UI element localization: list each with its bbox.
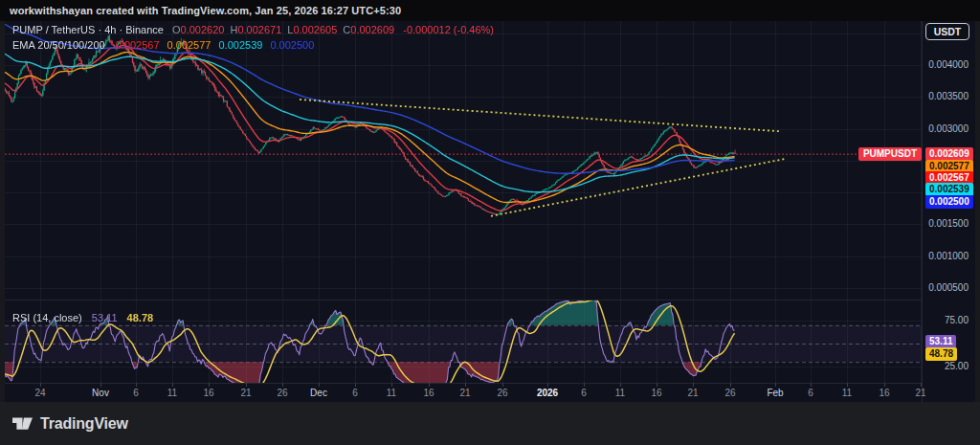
rsi-value-badge: 48.78: [925, 347, 957, 361]
time-axis-label: 11: [615, 388, 625, 398]
ema-value: 0.002500: [270, 39, 314, 51]
time-axis-label: 26: [724, 388, 735, 398]
price-axis[interactable]: 0.0040000.0035000.0030000.0015000.001000…: [922, 21, 975, 402]
time-tick-mark: [847, 383, 848, 387]
time-axis-label: 26: [497, 388, 507, 398]
time-tick-mark: [657, 383, 657, 387]
pane-divider[interactable]: [5, 300, 922, 300]
change-value: -0.000012 (-0.46%): [403, 24, 494, 35]
price-axis-label: 0.001500: [928, 218, 969, 229]
currency-toggle-button[interactable]: USDT: [925, 23, 969, 40]
time-tick-mark: [502, 383, 503, 387]
ohlc-value: 0.002620: [181, 24, 225, 35]
tradingview-snapshot: workwithshayan created with TradingView.…: [0, 0, 980, 445]
time-tick-mark: [282, 383, 283, 387]
price-axis-label: 0.003000: [928, 123, 969, 134]
time-axis-label: Dec: [310, 388, 327, 398]
ema-value: 0.002577: [167, 39, 212, 51]
time-axis-label: 21: [459, 388, 470, 398]
time-tick-mark: [620, 383, 621, 387]
rsi-value: 53.11: [92, 312, 118, 323]
time-axis[interactable]: 24Nov611162126Dec6111621262026611162126F…: [5, 383, 925, 402]
ema-price-badge: 0.002500: [925, 195, 973, 209]
time-tick-mark: [209, 383, 210, 387]
last-price-label: PUMPUSDT: [858, 147, 922, 161]
rsi-axis-label: 25.00: [945, 361, 969, 371]
currency-label: USDT: [934, 26, 962, 37]
time-tick-mark: [811, 383, 812, 387]
ema-value: 0.002567: [116, 39, 160, 51]
rsi-value-badge: 53.11: [925, 335, 956, 348]
time-axis-label: 11: [387, 388, 396, 398]
time-tick-mark: [246, 383, 247, 387]
ema-value: 0.002539: [218, 39, 262, 51]
tradingview-logo-icon[interactable]: [12, 417, 33, 430]
time-tick-mark: [100, 383, 101, 387]
time-tick-mark: [172, 383, 173, 387]
time-axis-label: 16: [879, 388, 889, 398]
tradingview-brand[interactable]: TradingView: [40, 415, 128, 433]
price-axis-label: 0.000500: [928, 282, 969, 293]
ohlc-value: 0.002609: [350, 24, 394, 35]
time-tick-mark: [884, 383, 885, 387]
footer-bar: TradingView: [0, 402, 980, 445]
time-axis-label: Nov: [92, 388, 109, 398]
rsi-axis-label: 75.00: [945, 315, 969, 325]
time-axis-label: 2026: [537, 388, 558, 398]
attribution-text: workwithshayan created with TradingView.…: [10, 5, 401, 16]
time-axis-label: 26: [277, 388, 287, 398]
price-axis-label: 0.001000: [928, 251, 969, 261]
attribution-bar: workwithshayan created with TradingView.…: [0, 0, 980, 21]
time-tick-mark: [775, 383, 776, 387]
time-tick-mark: [355, 383, 356, 387]
time-axis-label: 16: [203, 388, 213, 398]
time-axis-label: 6: [808, 388, 813, 398]
ohlc-value: 0.002605: [293, 24, 337, 35]
ema-legend[interactable]: EMA 20/50/100/200 0.0025670.0025770.0025…: [12, 39, 314, 51]
time-axis-label: 6: [581, 388, 587, 398]
chart-area: PUMP / TetherUS · 4h · Binance O0.002620…: [5, 21, 975, 402]
ohlc-value: 0.002671: [237, 24, 281, 35]
time-axis-label: 21: [240, 388, 251, 398]
time-axis-label: Feb: [767, 388, 783, 398]
time-axis-label: 16: [651, 388, 661, 398]
time-tick-mark: [391, 383, 392, 387]
price-axis-label: 0.004000: [928, 59, 969, 70]
time-axis-label: 6: [133, 388, 139, 398]
price-chart-canvas[interactable]: [5, 21, 922, 300]
time-axis-label: 11: [842, 388, 852, 398]
time-tick-mark: [547, 383, 548, 387]
time-tick-mark: [40, 383, 41, 387]
last-price-badge: 0.002609: [925, 147, 973, 161]
ema-values: 0.0025670.0025770.0025390.002500: [108, 39, 315, 51]
time-axis-label: 21: [687, 388, 698, 398]
time-tick-mark: [693, 383, 694, 387]
rsi-indicator-title[interactable]: RSI (14, close): [12, 312, 85, 323]
time-tick-mark: [136, 383, 137, 387]
ema-indicator-title[interactable]: EMA 20/50/100/200: [12, 39, 105, 51]
rsi-ma-value: 48.78: [127, 312, 154, 323]
price-axis-label: 0.003500: [928, 91, 969, 101]
symbol-title[interactable]: PUMP / TetherUS · 4h · Binance: [12, 24, 164, 35]
time-axis-label: 6: [352, 388, 358, 398]
time-axis-label: 24: [34, 388, 45, 398]
ohlc-letter: O: [172, 24, 181, 35]
time-tick-mark: [429, 383, 430, 387]
time-axis-label: 11: [167, 388, 177, 398]
time-tick-mark: [319, 383, 320, 387]
rsi-legend[interactable]: RSI (14, close) 53.11 48.78: [12, 312, 153, 323]
symbol-legend[interactable]: PUMP / TetherUS · 4h · Binance O0.002620…: [12, 24, 494, 35]
time-tick-mark: [730, 383, 731, 387]
ohlc-values: O0.002620H0.002671L0.002605C0.002609: [167, 24, 394, 35]
time-axis-label: 16: [423, 388, 434, 398]
time-tick-mark: [584, 383, 585, 387]
time-tick-mark: [465, 383, 466, 387]
